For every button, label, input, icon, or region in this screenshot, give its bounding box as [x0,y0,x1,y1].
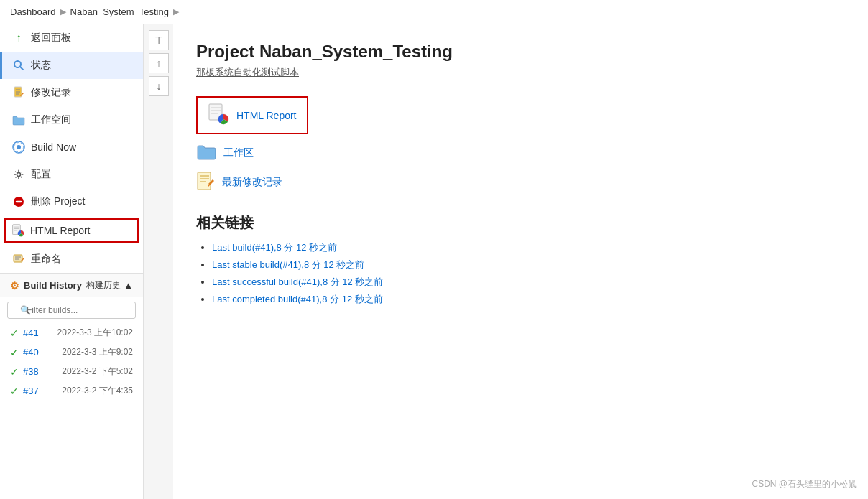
related-links-list: Last build(#41),8 分 12 秒之前 Last stable b… [196,241,845,306]
build-link-40[interactable]: #40 [23,347,39,358]
sidebar-label-html-report: HTML Report [30,225,91,236]
sidebar-item-delete[interactable]: 删除 Project [0,188,143,215]
build-item-38[interactable]: ✓ #38 2022-3-2 下午5:02 [0,362,143,381]
latest-changes-action-label[interactable]: 最新修改记录 [222,176,282,189]
build-item-40[interactable]: ✓ #40 2022-3-3 上午9:02 [0,342,143,362]
svg-point-9 [17,173,21,177]
folder-icon [12,113,25,126]
sidebar-label-status: 状态 [31,59,51,72]
related-link-item-3: Last successful build(#41),8 分 12 秒之前 [212,276,845,289]
scroll-up-button[interactable]: ↑ [149,53,169,73]
build-link-37[interactable]: #37 [23,386,39,396]
build-now-icon [12,141,25,154]
collapse-icon[interactable]: ▲ [124,280,133,291]
build-history-subtitle: 构建历史 [86,279,121,292]
project-subtitle-rest: 测试脚本 [262,67,299,78]
related-link-item-1: Last build(#41),8 分 12 秒之前 [212,241,845,254]
breadcrumb-arrow-2: ▶ [173,7,179,17]
related-link-2[interactable]: Last stable build(#41),8 分 12 秒之前 [212,259,364,270]
related-links-section: 相关链接 Last build(#41),8 分 12 秒之前 Last sta… [196,213,845,306]
workspace-action-icon [196,143,216,162]
workspace-action[interactable]: 工作区 [196,143,845,162]
build-history-header: ⚙ Build History 构建历史 ▲ [0,273,143,297]
sidebar-item-rename[interactable]: 重命名 [0,246,143,273]
project-subtitle-underline: 化 [252,67,262,78]
sidebar: ↑ 返回面板 状态 [0,24,144,499]
scroll-top-button[interactable]: ⊤ [149,30,169,50]
build-history-title-group: ⚙ Build History [10,280,82,292]
project-subtitle: 那板系统自动化测试脚本 [196,66,845,79]
build-status-40: ✓ [10,347,19,358]
gear-icon [12,168,25,181]
build-link-38[interactable]: #38 [23,366,39,377]
arrow-up-icon: ↑ [12,32,25,45]
related-link-item-4: Last completed build(#41),8 分 12 秒之前 [212,293,845,306]
build-list: ✓ #41 2022-3-3 上午10:02 ✓ #40 2022-3-3 上午… [0,323,143,401]
workspace-action-label[interactable]: 工作区 [223,146,254,159]
actions-grid: HTML Report 工作区 [196,96,845,193]
sidebar-label-back: 返回面板 [31,32,71,45]
sidebar-item-config[interactable]: 配置 [0,161,143,188]
sidebar-label-workspace: 工作空间 [31,113,71,126]
latest-changes-icon [196,171,215,193]
watermark: CSDN @石头缝里的小松鼠 [752,478,857,490]
html-report-sidebar-icon [11,224,24,237]
breadcrumb-project[interactable]: Naban_System_Testing [70,6,169,17]
delete-icon [12,195,25,208]
build-link-41[interactable]: #41 [23,327,39,338]
sidebar-label-delete: 删除 Project [31,195,85,208]
related-link-item-2: Last stable build(#41),8 分 12 秒之前 [212,258,845,271]
build-date-41: 2022-3-3 上午10:02 [57,327,133,339]
main-layout: ↑ 返回面板 状态 [0,24,868,499]
related-link-1[interactable]: Last build(#41),8 分 12 秒之前 [212,242,337,253]
breadcrumb-dashboard[interactable]: Dashboard [10,6,56,17]
rename-icon [12,253,25,266]
build-status-41: ✓ [10,327,19,339]
sidebar-item-html-report[interactable]: HTML Report [4,218,139,243]
svg-line-1 [20,67,23,70]
filter-search-icon: 🔍 [20,305,31,315]
scroll-down-button[interactable]: ↓ [149,76,169,96]
svg-rect-25 [198,172,211,190]
breadcrumb-arrow-1: ▶ [60,7,66,17]
sidebar-label-rename: 重命名 [31,253,61,266]
sidebar-item-workspace[interactable]: 工作空间 [0,106,143,134]
related-link-4[interactable]: Last completed build(#41),8 分 12 秒之前 [212,294,383,304]
html-report-action-icon [208,103,229,127]
svg-point-7 [17,145,21,149]
breadcrumb: Dashboard ▶ Naban_System_Testing ▶ [0,0,868,24]
sidebar-item-back-panel[interactable]: ↑ 返回面板 [0,24,143,52]
filter-wrap: 🔍 [0,297,143,323]
main-content: Project Naban_System_Testing 那板系统自动化测试脚本 [173,24,868,499]
build-history-title: Build History [24,280,82,291]
sidebar-label-config: 配置 [31,168,51,181]
magnifier-icon [12,59,25,72]
build-item-41[interactable]: ✓ #41 2022-3-3 上午10:02 [0,323,143,342]
related-links-title: 相关链接 [196,213,845,233]
related-link-3[interactable]: Last successful build(#41),8 分 12 秒之前 [212,276,383,287]
project-title: Project Naban_System_Testing [196,42,845,62]
build-status-37: ✓ [10,386,19,397]
latest-changes-action[interactable]: 最新修改记录 [196,171,845,193]
project-subtitle-text: 那板系统自动 [196,67,252,78]
sidebar-item-status[interactable]: 状态 [0,52,143,79]
scroll-buttons-panel: ⊤ ↑ ↓ [144,24,173,499]
html-report-action-label[interactable]: HTML Report [236,110,297,121]
sidebar-item-changelog[interactable]: 修改记录 [0,79,143,106]
build-date-40: 2022-3-3 上午9:02 [62,346,133,358]
filter-input-container: 🔍 [7,302,136,319]
sidebar-label-changelog: 修改记录 [31,86,71,99]
sidebar-item-build-now[interactable]: Build Now [0,134,143,161]
build-item-37[interactable]: ✓ #37 2022-3-2 下午4:35 [0,381,143,401]
sidebar-label-build-now: Build Now [31,141,76,153]
svg-rect-17 [14,255,22,262]
html-report-action[interactable]: HTML Report [196,96,308,134]
build-date-38: 2022-3-2 下午5:02 [62,365,133,378]
build-history-right: 构建历史 ▲ [86,279,133,292]
file-edit-icon [12,86,25,99]
build-history-gear-icon: ⚙ [10,280,19,292]
build-status-38: ✓ [10,366,19,378]
build-date-37: 2022-3-2 下午4:35 [62,385,133,397]
